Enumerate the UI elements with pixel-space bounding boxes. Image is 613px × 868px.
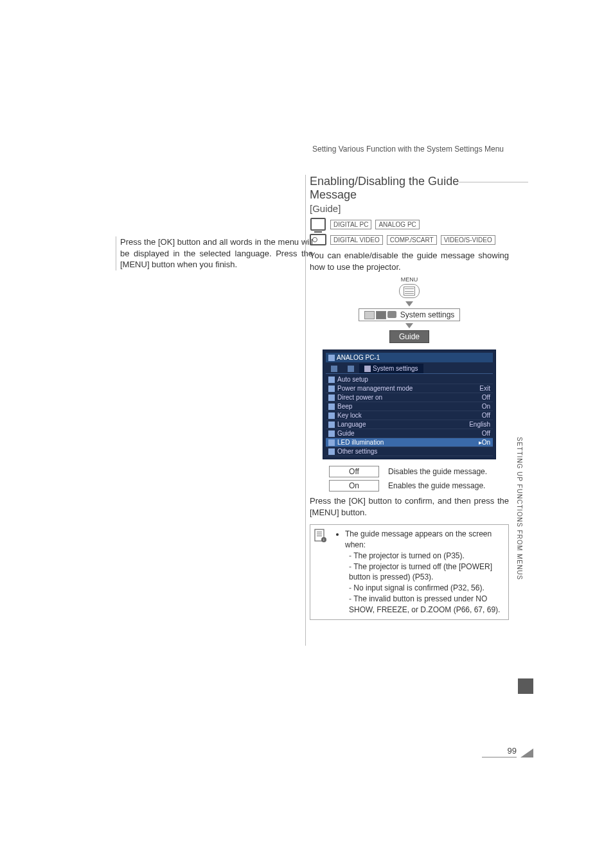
osd-row: Power management modeExit bbox=[326, 384, 493, 393]
pc-icon bbox=[310, 218, 326, 231]
section-heading: Enabling/Disabling the Guide Message bbox=[310, 175, 459, 201]
osd-tabs: System settings bbox=[326, 364, 493, 374]
osd-input-name: ANALOG PC-1 bbox=[337, 354, 380, 361]
note-item: No input signal is confirmed (P32, 56). bbox=[349, 583, 504, 594]
left-paragraph: Press the [OK] button and all words in t… bbox=[120, 236, 313, 270]
note-lead: The guide message appears on the screen … bbox=[345, 529, 492, 549]
osd-tab-active: System settings bbox=[359, 364, 423, 373]
option-on-row: On Enables the guide message. bbox=[329, 480, 509, 492]
osd-menu-screenshot: ANALOG PC-1 System settings Auto setup P… bbox=[323, 350, 496, 459]
note-item: The projector is turned off (the [POWER]… bbox=[349, 562, 504, 583]
menu-flow: MENU System settings Guide bbox=[310, 276, 509, 343]
arrow-down-icon bbox=[405, 301, 413, 306]
osd-row: Other settings bbox=[326, 447, 493, 456]
input-label: COMP./SCART bbox=[387, 235, 437, 245]
video-icon bbox=[310, 233, 326, 246]
input-row-video: DIGITAL VIDEO COMP./SCART VIDEO/S-VIDEO bbox=[310, 233, 509, 246]
input-label: DIGITAL VIDEO bbox=[330, 235, 383, 245]
flow-tab-icons bbox=[364, 311, 396, 319]
osd-input-icon bbox=[328, 355, 335, 361]
option-description: Enables the guide message. bbox=[388, 481, 485, 490]
osd-row: BeepOn bbox=[326, 402, 493, 411]
option-off-row: Off Disables the guide message. bbox=[329, 466, 509, 477]
osd-title-bar: ANALOG PC-1 bbox=[326, 353, 493, 362]
osd-tab bbox=[326, 364, 342, 373]
thumb-tab-marker bbox=[518, 678, 533, 694]
osd-row: Auto setup bbox=[326, 375, 493, 384]
option-value-box: Off bbox=[329, 466, 379, 477]
side-chapter-label: SETTING UP FUNCTIONS FROM MENUS bbox=[516, 437, 523, 580]
note-item: The projector is turned on (P35). bbox=[349, 551, 504, 562]
flow-step-guide: Guide bbox=[389, 330, 429, 343]
osd-row: Key lockOff bbox=[326, 411, 493, 420]
input-label: ANALOG PC bbox=[375, 220, 419, 229]
osd-tab-label: System settings bbox=[373, 365, 418, 372]
arrow-down-icon bbox=[405, 323, 413, 328]
input-label: DIGITAL PC bbox=[330, 220, 371, 229]
menu-label: MENU bbox=[401, 276, 418, 283]
left-column: Press the [OK] button and all words in t… bbox=[116, 236, 313, 270]
osd-tab bbox=[342, 364, 359, 373]
page-number: 99 bbox=[482, 746, 517, 757]
input-label: VIDEO/S-VIDEO bbox=[441, 235, 495, 245]
page-corner-icon bbox=[520, 748, 533, 757]
osd-row: Direct power onOff bbox=[326, 393, 493, 402]
osd-row-highlight: LED illumination▸On bbox=[326, 438, 493, 447]
svg-text:i: i bbox=[323, 538, 324, 542]
chapter-header: Setting Various Function with the System… bbox=[312, 145, 504, 154]
section-heading-wrap: Enabling/Disabling the Guide Message bbox=[310, 175, 509, 202]
note-box: i The guide message appears on the scree… bbox=[310, 524, 509, 619]
option-value-box: On bbox=[329, 480, 379, 492]
intro-text: You can enable/disable the guide message… bbox=[310, 250, 509, 272]
note-content: The guide message appears on the screen … bbox=[335, 529, 504, 615]
note-icon: i bbox=[314, 529, 330, 615]
confirm-text: Press the [OK] button to confirm, and th… bbox=[310, 495, 509, 518]
osd-rows: Auto setup Power management modeExit Dir… bbox=[326, 375, 493, 456]
option-description: Disables the guide message. bbox=[388, 467, 487, 476]
osd-row: GuideOff bbox=[326, 429, 493, 438]
osd-row: LanguageEnglish bbox=[326, 420, 493, 429]
flow-step-label: Guide bbox=[399, 332, 420, 341]
flow-step-label: System settings bbox=[400, 310, 455, 319]
right-column: Enabling/Disabling the Guide Message [Gu… bbox=[305, 175, 509, 646]
input-row-pc: DIGITAL PC ANALOG PC bbox=[310, 218, 509, 231]
flow-step-system-settings: System settings bbox=[359, 308, 461, 321]
menu-button-icon bbox=[399, 284, 420, 298]
note-item: The invalid button is pressed under NO S… bbox=[349, 594, 504, 616]
section-subheading: [Guide] bbox=[310, 203, 509, 214]
